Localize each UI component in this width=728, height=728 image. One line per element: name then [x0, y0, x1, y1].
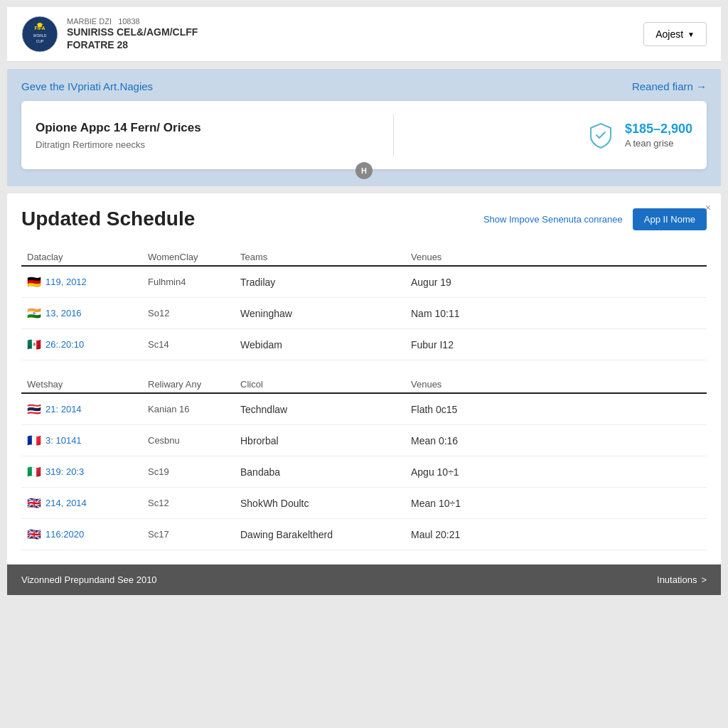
chevron-right-icon: >: [701, 574, 707, 585]
promo-card-right: $185–2,900 A tean grise: [587, 121, 692, 149]
date-link[interactable]: 13, 2016: [46, 308, 82, 318]
header-text: MARBIE DZI 10838 SUNIRISS CEL&/AGM/CLFF …: [67, 17, 198, 51]
group2-header: Wetshay Reliwary Any Clicol Venues: [21, 372, 707, 393]
col-venues: Venues: [405, 245, 707, 266]
shield-icon: [587, 121, 615, 149]
promo-top: Geve the IVpriati Art.Nagies Reaned fiar…: [21, 80, 707, 92]
svg-text:CUP: CUP: [36, 39, 44, 43]
time-cell: Fulhmin4: [142, 267, 235, 298]
date-cell: 🇩🇪 119, 2012: [21, 267, 142, 298]
venue-cell: Fubur I12: [405, 329, 707, 360]
team-cell: Webidam: [235, 329, 405, 360]
col-clicol: Clicol: [235, 372, 405, 393]
col-reliwary: Reliwary Any: [142, 372, 235, 393]
date-link[interactable]: 119, 2012: [46, 277, 87, 287]
flag-icon: 🇬🇧: [27, 528, 41, 541]
show-link[interactable]: Show Impove Senenuta conranee: [483, 214, 623, 225]
time-cell: So12: [142, 298, 235, 329]
fifa-logo: FIFA WORLD CUP: [21, 16, 58, 53]
time-cell: Sc14: [142, 329, 235, 360]
footer-bar: Vizonnedl Prepundand See 2010 Inutations…: [7, 564, 721, 595]
table-row: 🇮🇳 13, 2016 So12 Weninghaw Nam 10:11: [21, 298, 707, 329]
team-cell: Tradilay: [235, 267, 405, 298]
date-cell: 🇲🇽 26:.20:10: [21, 329, 142, 360]
flag-icon: 🇲🇽: [27, 338, 41, 351]
col-wetshay: Wetshay: [21, 372, 142, 393]
spacer-row: [21, 360, 707, 373]
time-cell: Sc12: [142, 488, 235, 519]
venue-cell: Mean 10÷1: [405, 488, 707, 519]
promo-price-subtitle: A tean grise: [625, 138, 692, 149]
schedule-title: Updated Schedule: [21, 208, 195, 230]
promo-card-subtitle: Ditratign Rertimore neecks: [36, 139, 201, 150]
team-cell: ShokWh Doultc: [235, 488, 405, 519]
date-cell: 🇬🇧 116:2020: [21, 519, 142, 550]
promo-pagination[interactable]: H: [355, 162, 373, 179]
promo-price: $185–2,900: [625, 122, 692, 136]
venue-cell: Flath 0c15: [405, 394, 707, 425]
col-teams: Teams: [235, 245, 405, 266]
date-cell: 🇬🇧 214, 2014: [21, 488, 142, 519]
time-cell: Sc19: [142, 456, 235, 488]
date-cell: 🇹🇭 21: 2014: [21, 394, 142, 425]
date-link[interactable]: 319: 20:3: [46, 466, 84, 477]
date-cell: 🇮🇹 319: 20:3: [21, 456, 142, 488]
promo-card: Opione Appc 14 Fern/ Orices Ditratign Re…: [21, 101, 707, 169]
table-row: 🇩🇪 119, 2012 Fulhmin4 Tradilay Augur 19: [21, 267, 707, 298]
header-date: MARBIE DZI 10838: [67, 17, 198, 26]
footer-left-text: Vizonnedl Prepundand See 2010: [21, 574, 157, 585]
promo-banner: Geve the IVpriati Art.Nagies Reaned fiar…: [7, 69, 721, 186]
time-cell: Sc17: [142, 519, 235, 550]
time-cell: Cesbnu: [142, 425, 235, 456]
promo-divider: [393, 114, 394, 156]
footer-right-text: Inutations: [657, 574, 697, 585]
venue-cell: Maul 20:21: [405, 519, 707, 550]
table-row: 🇲🇽 26:.20:10 Sc14 Webidam Fubur I12: [21, 329, 707, 360]
venue-cell: Augur 19: [405, 267, 707, 298]
team-cell: Hbrorbal: [235, 425, 405, 456]
venue-cell: Mean 0:16: [405, 425, 707, 456]
app-button[interactable]: App II Nome: [633, 208, 707, 230]
schedule-header-right: Show Impove Senenuta conranee App II Nom…: [483, 208, 707, 230]
adjust-button[interactable]: Aojest: [643, 22, 707, 46]
svg-text:WORLD: WORLD: [33, 33, 47, 38]
header: FIFA WORLD CUP MARBIE DZI 10838 SUNIRISS…: [7, 7, 721, 62]
date-link[interactable]: 26:.20:10: [46, 339, 84, 350]
table-row: 🇬🇧 116:2020 Sc17 Dawing Barakeltherd Mau…: [21, 519, 707, 550]
team-cell: Dawing Barakeltherd: [235, 519, 405, 550]
schedule-section: × Updated Schedule Show Impove Senenuta …: [7, 193, 721, 564]
date-cell: 🇫🇷 3: 10141: [21, 425, 142, 456]
date-link[interactable]: 116:2020: [46, 529, 84, 540]
team-cell: Weninghaw: [235, 298, 405, 329]
venue-cell: Nam 10:11: [405, 298, 707, 329]
flag-icon: 🇩🇪: [27, 275, 41, 289]
team-cell: Techndlaw: [235, 394, 405, 425]
col-venues2: Venues: [405, 372, 707, 393]
date-cell: 🇮🇳 13, 2016: [21, 298, 142, 329]
date-link[interactable]: 214, 2014: [46, 498, 87, 508]
header-left: FIFA WORLD CUP MARBIE DZI 10838 SUNIRISS…: [21, 16, 198, 53]
header-title-line1: SUNIRISS CEL&/AGM/CLFF: [67, 26, 198, 38]
venue-cell: Apgu 10÷1: [405, 456, 707, 488]
flag-icon: 🇮🇹: [27, 465, 41, 478]
flag-icon: 🇮🇳: [27, 306, 41, 320]
col-womenclay: WomenClay: [142, 245, 235, 266]
footer-right[interactable]: Inutations >: [657, 574, 707, 585]
schedule-header: Updated Schedule Show Impove Senenuta co…: [21, 208, 707, 230]
close-button[interactable]: ×: [705, 202, 711, 213]
schedule-table: Dataclay WomenClay Teams Venues 🇩🇪 119, …: [21, 245, 707, 550]
col-dataclay: Dataclay: [21, 245, 142, 266]
date-link[interactable]: 3: 10141: [46, 435, 82, 446]
header-title-line2: FORATRE 28: [67, 38, 198, 51]
flag-icon: 🇬🇧: [27, 496, 41, 510]
promo-card-left: Opione Appc 14 Fern/ Orices Ditratign Re…: [36, 121, 201, 150]
table-row: 🇮🇹 319: 20:3 Sc19 Bandaba Apgu 10÷1: [21, 456, 707, 488]
group1-header: Dataclay WomenClay Teams Venues: [21, 245, 707, 266]
promo-card-title: Opione Appc 14 Fern/ Orices: [36, 121, 201, 135]
table-row: 🇫🇷 3: 10141 Cesbnu Hbrorbal Mean 0:16: [21, 425, 707, 456]
promo-banner-link[interactable]: Reaned fiarn →: [632, 80, 707, 92]
flag-icon: 🇹🇭: [27, 402, 41, 416]
promo-banner-title: Geve the IVpriati Art.Nagies: [21, 80, 153, 92]
table-row: 🇹🇭 21: 2014 Kanian 16 Techndlaw Flath 0c…: [21, 394, 707, 425]
date-link[interactable]: 21: 2014: [46, 404, 82, 414]
